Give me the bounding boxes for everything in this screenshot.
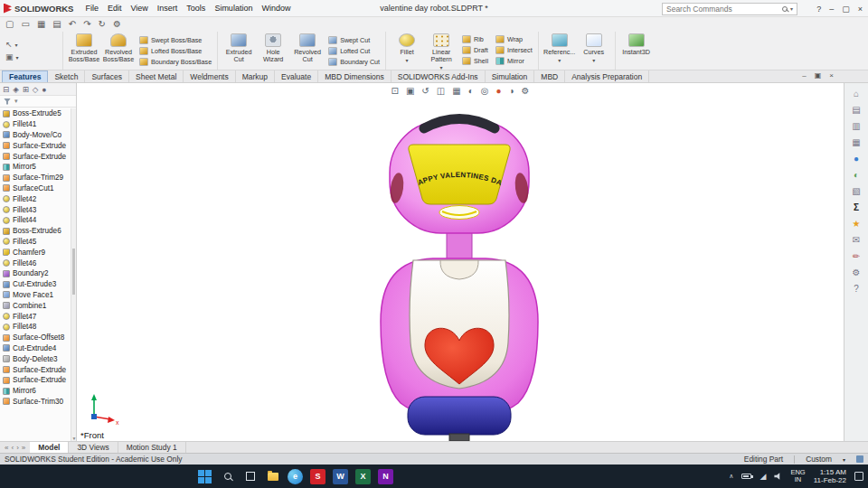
- ribbon-button[interactable]: Lofted Cut: [328, 46, 380, 56]
- ribbon-button[interactable]: Fillet▾: [390, 33, 424, 69]
- feature-tree-item[interactable]: Move Face1: [0, 290, 71, 301]
- ribbon-button[interactable]: Draft: [462, 45, 488, 55]
- equations-icon[interactable]: Σ: [849, 202, 863, 213]
- command-tab[interactable]: Evaluate: [275, 70, 318, 82]
- ribbon-button[interactable]: Boundary Boss/Base: [139, 57, 212, 67]
- command-tab[interactable]: Features: [2, 70, 48, 82]
- ribbon-button[interactable]: Extruded Cut: [222, 33, 256, 69]
- search-taskbar-icon[interactable]: [220, 469, 235, 484]
- feature-tree-item[interactable]: Fillet47: [0, 311, 71, 322]
- display-style-icon[interactable]: ◐: [468, 86, 474, 97]
- command-tab[interactable]: MBD: [534, 70, 565, 82]
- tab-last-icon[interactable]: »: [22, 444, 25, 452]
- menu-item[interactable]: Insert: [153, 2, 183, 14]
- undo-icon[interactable]: ↶: [69, 18, 76, 31]
- command-tab[interactable]: Analysis Preparation: [565, 70, 649, 82]
- feature-tree-item[interactable]: Fillet44: [0, 215, 71, 226]
- propertymanager-tab-icon[interactable]: ◈: [13, 85, 19, 94]
- robot-stand[interactable]: [449, 434, 469, 441]
- tray-expand-icon[interactable]: ∧: [729, 473, 733, 480]
- measure-icon[interactable]: ✏: [849, 250, 863, 262]
- ribbon-button[interactable]: Hole Wizard: [256, 33, 290, 69]
- menu-item[interactable]: Edit: [103, 2, 127, 14]
- options-icon[interactable]: ⚙: [113, 18, 121, 31]
- feature-tree-item[interactable]: SurfaceCut1: [0, 183, 71, 194]
- feature-tree-item[interactable]: Surface-Offset8: [0, 333, 71, 343]
- language-indicator[interactable]: ENG IN: [790, 469, 805, 484]
- zoom-fit-icon[interactable]: ⊡: [392, 86, 399, 97]
- filter-dropdown-icon[interactable]: ▾: [14, 98, 18, 105]
- print-icon[interactable]: ▤: [52, 18, 61, 31]
- feature-tree-item[interactable]: Body-Delete3: [0, 353, 71, 364]
- ribbon-button[interactable]: Linear Pattern▾: [424, 33, 458, 69]
- edit-appearance-icon[interactable]: ●: [495, 86, 501, 97]
- volume-icon[interactable]: [774, 473, 782, 481]
- menu-item[interactable]: File: [80, 2, 103, 14]
- feature-tree-item[interactable]: Mirror5: [0, 162, 71, 173]
- feature-tree-item[interactable]: Surface-Trim29: [0, 173, 71, 183]
- tree-scrollbar[interactable]: ▼: [71, 108, 76, 441]
- command-tab[interactable]: MBD Dimensions: [318, 70, 392, 82]
- search-dropdown-icon[interactable]: ▾: [790, 5, 793, 12]
- home-icon[interactable]: ⌂: [849, 88, 863, 99]
- feature-tree-item[interactable]: Boundary2: [0, 268, 71, 279]
- feature-tree-item[interactable]: Body-Move/Co: [0, 130, 71, 141]
- ribbon-button[interactable]: Boundary Cut: [328, 57, 380, 67]
- ribbon-button[interactable]: Instant3D: [619, 33, 654, 69]
- feature-tree-item[interactable]: Boss-Extrude5: [0, 108, 71, 119]
- feature-tree-item[interactable]: Boss-Extrude6: [0, 226, 71, 237]
- menu-item[interactable]: Tools: [182, 2, 210, 14]
- scenes-icon[interactable]: ◐: [849, 169, 863, 181]
- file-explorer-pane-icon[interactable]: ▥: [849, 120, 863, 132]
- menu-item[interactable]: Window: [257, 2, 295, 14]
- feature-tree-item[interactable]: Fillet42: [0, 193, 71, 204]
- start-icon[interactable]: [197, 469, 212, 484]
- feature-tree-item[interactable]: Fillet41: [0, 119, 71, 130]
- help-pane-icon[interactable]: ?: [849, 283, 863, 295]
- maximize-icon[interactable]: ▢: [842, 5, 850, 14]
- view-orientation-icon[interactable]: ▦: [452, 86, 460, 97]
- forum-icon[interactable]: ✉: [849, 234, 863, 246]
- command-tab[interactable]: Surfaces: [85, 70, 129, 82]
- doc-restore-icon[interactable]: ▣: [815, 71, 822, 80]
- units-dropdown-icon[interactable]: ▾: [843, 456, 845, 463]
- feature-tree-item[interactable]: Mirror6: [0, 386, 71, 397]
- onenote-icon[interactable]: N: [378, 469, 393, 484]
- ribbon-button[interactable]: Swept Cut: [328, 35, 380, 45]
- command-tab[interactable]: Markup: [236, 70, 275, 82]
- command-tab[interactable]: Sheet Metal: [129, 70, 184, 82]
- tab-prev-icon[interactable]: ‹: [11, 444, 14, 452]
- document-tab[interactable]: 3D Views: [69, 442, 118, 453]
- task-view-icon[interactable]: [242, 469, 258, 484]
- feature-tree-item[interactable]: Cut-Extrude4: [0, 343, 71, 354]
- units-selector[interactable]: Custom: [806, 455, 832, 464]
- ribbon-button[interactable]: Intersect: [495, 45, 533, 55]
- edge-icon[interactable]: e: [288, 469, 303, 484]
- help-icon[interactable]: ?: [816, 5, 821, 14]
- command-tab[interactable]: Weldments: [184, 70, 235, 82]
- word-icon[interactable]: W: [333, 469, 348, 484]
- ribbon-button[interactable]: Revolved Cut: [290, 33, 325, 69]
- battery-icon[interactable]: [741, 474, 751, 479]
- configurationmanager-tab-icon[interactable]: ⊞: [23, 85, 29, 94]
- command-tab[interactable]: Sketch: [48, 70, 85, 82]
- solidworks-icon[interactable]: S: [310, 469, 326, 484]
- open-file-icon[interactable]: ▭: [21, 18, 29, 31]
- ribbon-button[interactable]: Mirror: [495, 56, 533, 66]
- redo-icon[interactable]: ↷: [83, 18, 90, 31]
- save-icon[interactable]: ▦: [37, 18, 45, 31]
- wifi-icon[interactable]: ◢: [760, 473, 766, 481]
- document-tab[interactable]: Model: [30, 442, 69, 453]
- ribbon-button[interactable]: Lofted Boss/Base: [139, 46, 212, 56]
- menu-item[interactable]: Simulation: [210, 2, 257, 14]
- zoom-area-icon[interactable]: ▣: [406, 86, 414, 97]
- graphics-viewport[interactable]: ⊡▣↺◫▦◐◎●◑⚙: [77, 83, 844, 441]
- notification-center-icon[interactable]: [854, 472, 863, 481]
- dimxpert-tab-icon[interactable]: ◇: [33, 85, 39, 94]
- rebuild-icon[interactable]: ↻: [99, 18, 106, 31]
- menu-item[interactable]: View: [126, 2, 152, 14]
- hide-show-icon[interactable]: ◎: [481, 86, 489, 97]
- view-palette-icon[interactable]: ▦: [849, 136, 863, 148]
- clock[interactable]: 1:15 AM 11-Feb-22: [814, 468, 846, 484]
- design-library-icon[interactable]: ▤: [849, 104, 863, 116]
